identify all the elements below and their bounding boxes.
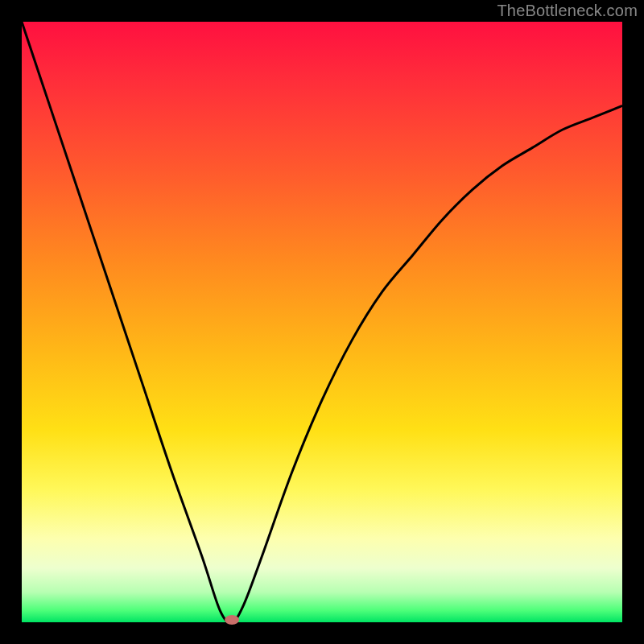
chart-container: TheBottleneck.com: [0, 0, 644, 644]
plot-frame: [22, 22, 622, 622]
bottleneck-curve: [22, 22, 622, 622]
minimum-marker: [225, 615, 239, 625]
curve-path: [22, 22, 622, 622]
attribution-label: TheBottleneck.com: [497, 2, 638, 20]
